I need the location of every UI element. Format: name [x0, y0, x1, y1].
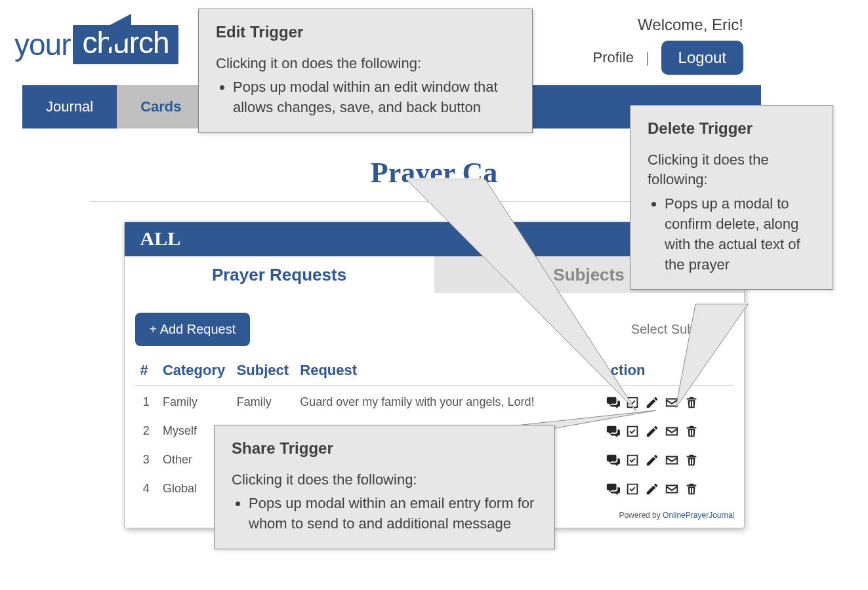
chat-icon[interactable]	[606, 453, 620, 467]
callout-share-lead: Clicking it does the following:	[232, 470, 537, 490]
chat-icon[interactable]	[606, 482, 620, 496]
cell-action	[600, 473, 734, 502]
chat-icon[interactable]	[606, 424, 620, 439]
cell-num: 1	[135, 386, 157, 416]
check-icon[interactable]	[625, 482, 640, 496]
callout-edit-lead: Clicking it on does the following:	[216, 54, 515, 74]
trash-icon[interactable]	[684, 395, 699, 410]
col-num: #	[135, 358, 157, 386]
add-request-button[interactable]: + Add Request	[135, 313, 251, 346]
col-category: Category	[157, 358, 232, 386]
cell-action	[600, 444, 734, 473]
mail-icon[interactable]	[665, 424, 679, 439]
caret-down-icon	[720, 325, 730, 334]
mail-icon[interactable]	[665, 453, 679, 467]
check-icon[interactable]	[625, 453, 640, 467]
chat-icon[interactable]	[606, 395, 620, 410]
mail-icon[interactable]	[665, 482, 679, 496]
divider: |	[646, 49, 650, 66]
pencil-icon[interactable]	[645, 482, 659, 496]
powered-by-link[interactable]: OnlinePrayerJournal	[663, 511, 734, 520]
cell-subject: Family	[232, 386, 295, 416]
col-request: Request	[295, 358, 600, 386]
callout-edit-item: Pops up modal within an edit window that…	[233, 77, 515, 118]
callout-edit-title: Edit Trigger	[216, 21, 515, 43]
cell-action	[600, 415, 734, 444]
check-icon[interactable]	[625, 424, 640, 439]
callout-share-title: Share Trigger	[232, 437, 537, 460]
tab-cards[interactable]: Cards	[117, 85, 205, 128]
cell-num: 3	[135, 444, 157, 473]
check-icon[interactable]	[625, 395, 640, 410]
cell-action	[600, 386, 734, 416]
tab-journal[interactable]: Journal	[22, 85, 117, 128]
pencil-icon[interactable]	[645, 424, 659, 439]
app-logo: your church	[14, 25, 178, 64]
logo-text-your: your	[14, 27, 70, 62]
callout-share-item: Pops up modal within an email entry form…	[249, 494, 537, 534]
profile-link[interactable]: Profile	[593, 49, 634, 66]
callout-delete-lead: Clicking it does the following:	[648, 150, 816, 191]
pencil-icon[interactable]	[645, 453, 659, 467]
trash-icon[interactable]	[684, 453, 699, 467]
table-row: 1FamilyFamilyGuard over my family with y…	[135, 386, 734, 416]
trash-icon[interactable]	[684, 424, 699, 439]
pencil-icon[interactable]	[645, 395, 659, 410]
cell-num: 4	[135, 473, 157, 502]
callout-delete-title: Delete Trigger	[648, 117, 816, 140]
col-subject: Subject	[232, 358, 295, 386]
card-tab-prayer-requests[interactable]: Prayer Requests	[125, 256, 434, 293]
select-subject-dropdown[interactable]: Select Subject	[631, 322, 730, 337]
callout-edit-trigger: Edit Trigger Clicking it on does the fol…	[198, 9, 533, 133]
callout-delete-trigger: Delete Trigger Clicking it does the foll…	[630, 105, 833, 290]
callout-share-trigger: Share Trigger Clicking it does the follo…	[214, 425, 555, 549]
col-action: Action	[600, 358, 734, 386]
cell-category: Family	[157, 386, 232, 416]
callout-delete-item: Pops up a modal to confirm delete, along…	[665, 194, 816, 275]
cell-num: 2	[135, 415, 157, 444]
welcome-text: Welcome, Eric!	[638, 16, 743, 34]
mail-icon[interactable]	[665, 395, 679, 410]
cell-request: Guard over my family with your angels, L…	[295, 386, 600, 416]
logout-button[interactable]: Logout	[661, 41, 743, 75]
trash-icon[interactable]	[684, 482, 699, 496]
select-subject-label: Select Subject	[631, 322, 715, 337]
